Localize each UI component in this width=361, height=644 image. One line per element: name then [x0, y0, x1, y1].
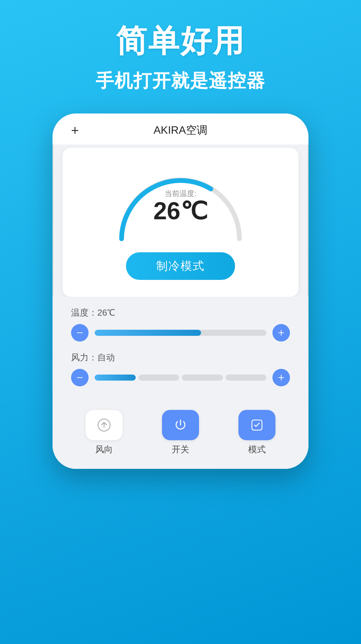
wind-plus-button[interactable]: [272, 369, 290, 386]
gauge-container: 当前温度: 26℃: [110, 161, 251, 242]
power-icon-wrap: [162, 410, 199, 440]
mode-icon-wrap: [238, 410, 275, 440]
nav-item-mode[interactable]: 模式: [238, 410, 275, 455]
temperature-minus-button[interactable]: [71, 324, 89, 342]
temperature-slider-fill: [95, 330, 201, 336]
temperature-label: 温度：26℃: [71, 307, 290, 319]
add-button[interactable]: +: [71, 123, 79, 138]
svg-rect-19: [281, 330, 282, 335]
minus-icon: [75, 328, 84, 337]
wind-track[interactable]: [95, 375, 266, 381]
temperature-plus-button[interactable]: [272, 324, 290, 342]
minus-icon-wind: [75, 373, 84, 382]
wind-direction-label: 风向: [95, 444, 113, 455]
wind-label: 风力：自动: [71, 352, 290, 363]
gauge-card: 当前温度: 26℃ 制冷模式: [63, 148, 298, 297]
nav-item-power[interactable]: 开关: [162, 410, 199, 455]
wind-direction-icon: [96, 417, 112, 433]
svg-rect-22: [281, 375, 282, 380]
svg-rect-17: [77, 332, 83, 333]
power-label: 开关: [172, 444, 189, 455]
power-icon: [173, 417, 188, 433]
sub-title: 手机打开就是遥控器: [96, 69, 265, 93]
svg-rect-20: [77, 377, 83, 378]
nav-item-wind-direction[interactable]: 风向: [86, 410, 123, 455]
mode-label: 模式: [248, 444, 266, 455]
wind-seg-2: [138, 375, 179, 381]
app-title: AKIRA空调: [154, 123, 207, 138]
wind-seg-4: [226, 375, 267, 381]
wind-seg-3: [182, 375, 223, 381]
main-title: 简单好用: [96, 20, 265, 62]
wind-direction-icon-wrap: [86, 410, 123, 440]
gauge-value: 26℃: [153, 199, 207, 223]
gauge-center: 当前温度: 26℃: [153, 189, 207, 223]
mode-button[interactable]: 制冷模式: [126, 252, 235, 280]
plus-icon-wind: [277, 373, 286, 382]
mode-icon: [249, 417, 265, 433]
plus-icon: [277, 328, 286, 337]
controls-section: 温度：26℃ 风力：自动: [53, 297, 308, 403]
wind-minus-button[interactable]: [71, 369, 89, 386]
wind-seg-1: [95, 375, 136, 381]
temperature-slider-row: [71, 324, 290, 342]
phone-mockup: + AKIRA空调: [53, 114, 308, 469]
wind-slider-row: [71, 369, 290, 386]
temperature-slider-track[interactable]: [95, 330, 266, 336]
bottom-nav: 风向 开关 模式: [53, 403, 308, 469]
phone-top-bar: + AKIRA空调: [53, 114, 308, 144]
